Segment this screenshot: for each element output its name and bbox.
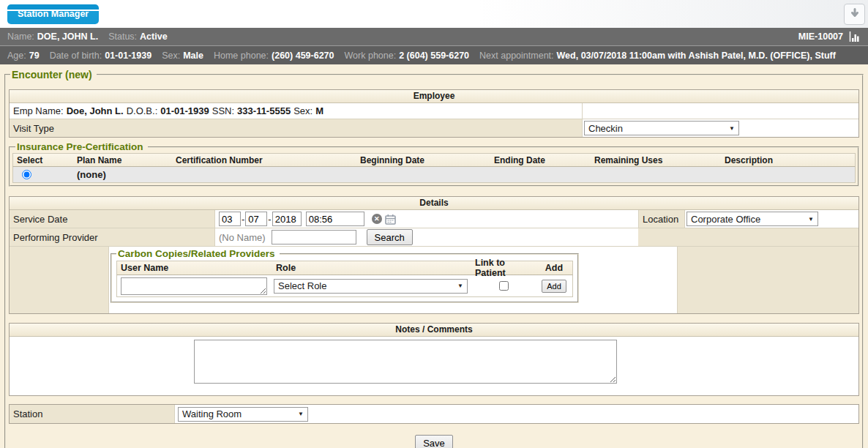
- role-select[interactable]: Select Role ▼: [274, 279, 468, 294]
- station-row: Station Waiting Room ▼: [10, 405, 858, 423]
- age-value: 79: [29, 51, 40, 61]
- employee-summary-empty-cell: [583, 103, 858, 119]
- col-beginning-date: Beginning Date: [356, 154, 490, 166]
- details-table-header: Details: [10, 197, 858, 210]
- station-select[interactable]: Waiting Room ▼: [178, 407, 308, 422]
- sex-value: Male: [183, 51, 203, 61]
- station-cell: Waiting Room ▼: [175, 405, 858, 423]
- station-table: Station Waiting Room ▼: [9, 404, 859, 424]
- performing-provider-cell: (No Name) Search: [215, 228, 638, 246]
- insurance-precert-fieldset: Insurance Pre-Certification Select Plan …: [9, 141, 859, 187]
- service-date-year-input[interactable]: [272, 212, 302, 226]
- notes-textarea[interactable]: [194, 340, 617, 384]
- emp-sex-label: Sex:: [293, 105, 313, 116]
- next-appointment-item: Next appointment: Wed, 03/07/2018 11:00a…: [479, 51, 836, 61]
- calendar-icon[interactable]: [385, 214, 396, 225]
- insurance-row-none: (none): [12, 167, 856, 183]
- add-provider-button[interactable]: Add: [542, 280, 566, 293]
- chevron-down-icon: ▼: [457, 283, 463, 289]
- insurance-none-radio[interactable]: [22, 170, 31, 179]
- role-selected-value: Select Role: [278, 280, 326, 291]
- insurance-header-row: Select Plan Name Certification Number Be…: [12, 153, 856, 167]
- age-item: Age: 79: [7, 51, 40, 61]
- carbon-copies-header-row: User Name Role Link to Patient Add: [116, 261, 573, 275]
- service-date-row: Service Date - - ✕ Location Corporate Of…: [10, 210, 858, 228]
- visit-type-label: Visit Type: [10, 119, 583, 137]
- next-appointment-value: Wed, 03/07/2018 11:00am with Ashish Pate…: [557, 51, 836, 61]
- service-date-day-input[interactable]: [245, 212, 267, 226]
- location-label: Location: [638, 210, 685, 228]
- performing-provider-row: Performing Provider (No Name) Search: [10, 228, 858, 246]
- station-label: Station: [10, 405, 175, 423]
- encounter-legend: Encounter (new): [10, 69, 97, 81]
- demographics-bar: Age: 79 Date of birth: 01-01-1939 Sex: M…: [0, 45, 868, 64]
- employee-summary-row: Emp Name: Doe, John L. D.O.B.: 01-01-193…: [10, 103, 858, 119]
- col-remaining-uses: Remaining Uses: [591, 154, 721, 166]
- location-selected-value: Corporate Office: [691, 214, 760, 225]
- download-button[interactable]: [844, 4, 865, 25]
- link-to-patient-checkbox[interactable]: [499, 281, 509, 291]
- encounter-fieldset: Encounter (new) Employee Emp Name: Doe, …: [4, 69, 864, 448]
- details-table: Details Service Date - - ✕ Location Corp…: [9, 196, 859, 314]
- emp-dob-label: D.O.B.:: [127, 105, 158, 116]
- emp-sex-value: M: [315, 105, 323, 116]
- location-cell: Corporate Office ▼: [685, 210, 858, 228]
- emp-dob-value: 01-01-1939: [160, 105, 209, 116]
- work-phone-value: 2 (604) 559-6270: [399, 51, 469, 61]
- emp-name-value: Doe, John L.: [67, 105, 124, 116]
- emp-ssn-label: SSN:: [212, 105, 234, 116]
- home-phone-value: (260) 459-6270: [272, 51, 334, 61]
- visit-type-select[interactable]: Checkin ▼: [584, 121, 739, 135]
- bar-chart-icon[interactable]: [849, 31, 861, 42]
- chevron-down-icon: ▼: [298, 411, 304, 417]
- sex-item: Sex: Male: [162, 51, 203, 61]
- service-date-label: Service Date: [10, 210, 215, 228]
- insurance-plan-none: (none): [73, 167, 172, 182]
- location-select[interactable]: Corporate Office ▼: [686, 212, 818, 226]
- provider-search-input[interactable]: [272, 230, 356, 244]
- notes-table: Notes / Comments: [9, 323, 859, 396]
- patient-name: DOE, JOHN L.: [37, 31, 98, 42]
- visit-type-selected-value: Checkin: [588, 123, 623, 134]
- save-button[interactable]: Save: [415, 435, 453, 448]
- service-time-input[interactable]: [306, 212, 364, 226]
- col-user-name: User Name: [117, 261, 272, 275]
- carbon-copies-cell: Carbon Copies/Related Providers User Nam…: [109, 246, 677, 313]
- col-plan-name: Plan Name: [73, 154, 172, 166]
- home-phone-item: Home phone: (260) 459-6270: [214, 51, 334, 61]
- provider-search-button[interactable]: Search: [367, 229, 413, 245]
- notes-body: [10, 337, 858, 395]
- col-ending-date: Ending Date: [490, 154, 591, 166]
- employee-table: Employee Emp Name: Doe, John L. D.O.B.: …: [9, 89, 859, 138]
- save-row: Save: [9, 435, 859, 448]
- patient-status: Active: [140, 31, 168, 42]
- notes-header: Notes / Comments: [10, 324, 858, 337]
- dob-label: Date of birth:: [50, 51, 102, 61]
- carbon-copies-row: Carbon Copies/Related Providers User Nam…: [10, 246, 858, 313]
- clear-date-icon[interactable]: ✕: [372, 214, 382, 224]
- top-strip: Station Manager: [0, 0, 868, 28]
- date-separator: -: [242, 214, 244, 225]
- next-appointment-label: Next appointment:: [479, 51, 553, 61]
- user-name-input[interactable]: [121, 277, 267, 295]
- name-label: Name:: [7, 31, 34, 42]
- col-role: Role: [272, 261, 471, 275]
- carbon-copies-fieldset: Carbon Copies/Related Providers User Nam…: [111, 248, 579, 303]
- emp-ssn-value: 333-11-5555: [237, 105, 291, 116]
- employee-table-header: Employee: [10, 90, 858, 103]
- sex-label: Sex:: [162, 51, 180, 61]
- main-content: Encounter (new) Employee Emp Name: Doe, …: [0, 64, 868, 448]
- col-add: Add: [536, 261, 572, 275]
- work-phone-label: Work phone:: [345, 51, 397, 61]
- col-certification-number: Certification Number: [172, 154, 356, 166]
- station-manager-tab[interactable]: Station Manager: [7, 4, 99, 24]
- chevron-down-icon: ▼: [808, 216, 814, 223]
- chevron-down-icon: ▼: [729, 125, 735, 132]
- provider-no-name: (No Name): [219, 232, 266, 243]
- visit-type-row: Visit Type Checkin ▼: [10, 119, 858, 137]
- patient-name-bar: Name: DOE, JOHN L. Status: Active MIE-10…: [0, 28, 868, 45]
- service-date-month-input[interactable]: [219, 212, 241, 226]
- download-arrow-icon: [849, 8, 861, 20]
- date-separator: -: [268, 214, 271, 225]
- age-label: Age:: [7, 51, 26, 61]
